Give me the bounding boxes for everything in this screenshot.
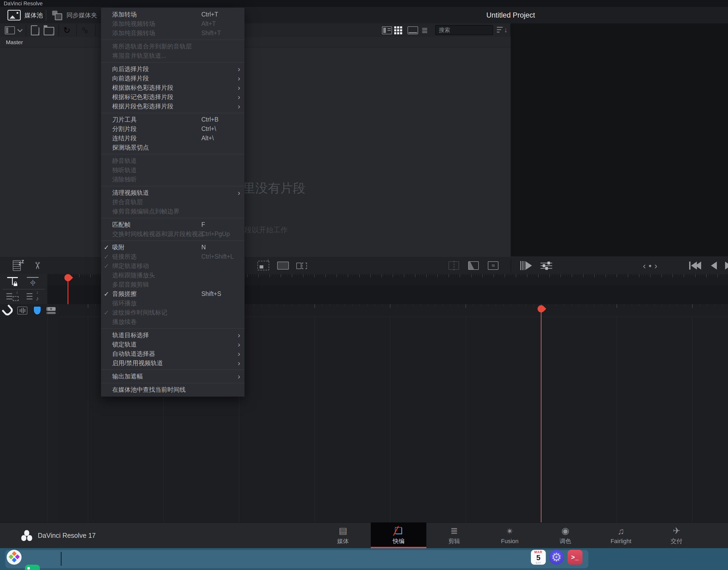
loop-transport-control[interactable]: ‹ ● › <box>637 257 663 274</box>
menu-item[interactable]: ✓根据旗标色彩选择片段› <box>101 83 244 92</box>
page-tab[interactable]: ✴Fusion <box>482 523 538 548</box>
sort-button[interactable] <box>497 23 508 37</box>
terminal-app-icon[interactable]: >_ <box>568 550 583 565</box>
panel-layout-button[interactable] <box>5 23 22 37</box>
menu-item[interactable]: ✓在媒体池中查找当前时间线› <box>101 385 244 394</box>
insert-video-tool[interactable]: ↓ <box>3 290 22 303</box>
media-pool-button[interactable]: 媒体池 <box>7 7 43 23</box>
import-folder-button[interactable] <box>44 23 54 37</box>
card-view-button[interactable] <box>382 23 392 37</box>
timeline-view-options-button[interactable]: zZ <box>9 257 28 274</box>
play-reverse-icon <box>711 262 717 270</box>
playhead-trim-tool[interactable]: ‹|› <box>23 275 42 288</box>
menu-item[interactable]: ✓连结片段Alt+\› <box>101 133 244 143</box>
menu-item[interactable]: ✓绑定轨道移动› <box>101 261 244 271</box>
menu-item[interactable]: ✓根据片段色彩选择片段› <box>101 102 244 111</box>
menu-item[interactable]: ✓添加纯音频转场Shift+T› <box>101 28 244 38</box>
menu-item[interactable]: ✓拼合音轨层› <box>101 198 244 207</box>
play-reverse-button[interactable] <box>708 257 720 274</box>
list-view-button[interactable]: ≣ <box>421 23 428 37</box>
menu-item[interactable]: ✓自动轨道选择器› <box>101 349 244 358</box>
menu-item[interactable]: ✓清除独听› <box>101 175 244 184</box>
menu-item[interactable]: ✓将混音并轨至轨道...› <box>101 51 244 60</box>
menu-item[interactable]: ✓选框跟随播放头› <box>101 271 244 280</box>
menu-item[interactable]: ✓播放续卷› <box>101 317 244 326</box>
menu-item[interactable]: ✓独听轨道› <box>101 166 244 175</box>
search-input[interactable] <box>435 25 493 35</box>
menu-item[interactable]: ✓循环播放› <box>101 299 244 308</box>
menu-item[interactable]: ✓分割片段Ctrl+\› <box>101 124 244 133</box>
menu-item[interactable]: ✓匹配帧F› <box>101 220 244 229</box>
menu-item[interactable]: ✓探测场景切点› <box>101 143 244 152</box>
menu-item[interactable]: ✓锁定轨道› <box>101 340 244 349</box>
page-tab-label: 交付 <box>671 537 683 545</box>
page-tab[interactable]: ❏快编 <box>371 523 427 548</box>
page-tab[interactable]: ◉调色 <box>538 523 593 548</box>
menu-item-label: 拼合音轨层 <box>112 199 143 206</box>
menu-item[interactable]: ✓修剪音频编辑点到帧边界› <box>101 207 244 216</box>
picture-in-picture-button[interactable] <box>255 257 271 274</box>
overlay-button[interactable] <box>275 257 290 274</box>
menu-item-label: 清除独听 <box>112 176 137 183</box>
menu-item[interactable]: ✓刀片工具Ctrl+B› <box>101 115 244 124</box>
import-media-button[interactable] <box>31 23 39 37</box>
split-clip-button[interactable]: ✂ <box>30 257 45 274</box>
menu-item[interactable]: ✓向后选择片段› <box>101 64 244 74</box>
flag-clip-button[interactable] <box>31 306 43 315</box>
menu-item[interactable]: ✓根据标记色彩选择片段› <box>101 92 244 102</box>
snapping-toggle[interactable] <box>2 306 14 315</box>
menu-item[interactable]: ✓启用/禁用视频轨道› <box>101 358 244 368</box>
menu-item[interactable]: ✓链接所选Ctrl+Shift+L› <box>101 252 244 261</box>
menu-item[interactable]: ✓音频搓擦Shift+S› <box>101 289 244 299</box>
calendar-app-icon[interactable]: MAR 5 SAT <box>531 550 546 565</box>
menu-item-label: 根据标记色彩选择片段 <box>112 93 173 100</box>
timeline-playback-button[interactable] <box>518 257 535 274</box>
page-tab[interactable]: ▤媒体 <box>315 523 371 548</box>
audio-meter-toggle[interactable] <box>16 306 28 315</box>
menu-item[interactable]: ✓吸附N› <box>101 243 244 252</box>
sync-clips-button[interactable]: ↻ <box>63 23 70 37</box>
playhead-lock-tool[interactable] <box>3 275 22 288</box>
bin-name-label[interactable]: Master <box>6 39 23 45</box>
settings-app-icon[interactable]: ⚙ <box>549 550 564 565</box>
menu-item-label: 向前选择片段 <box>112 75 149 82</box>
transition-tool-button[interactable] <box>466 257 481 274</box>
menu-item[interactable]: ✓多层音频剪辑› <box>101 280 244 289</box>
page-tab[interactable]: ✈交付 <box>649 523 704 548</box>
menu-item[interactable]: ✓波纹操作时间线标记› <box>101 308 244 317</box>
split-compare-button[interactable] <box>294 257 309 274</box>
app-launcher-icon[interactable] <box>7 550 22 565</box>
angle-right-icon: › <box>654 261 657 271</box>
menu-item[interactable]: ✓静音轨道› <box>101 156 244 166</box>
tasks-app-icon[interactable] <box>25 565 40 570</box>
menu-item[interactable]: ✓向前选择片段› <box>101 74 244 83</box>
menu-item-label: 链接所选 <box>112 253 137 260</box>
razor-tool-button[interactable] <box>446 257 461 274</box>
menu-item-label: 匹配帧 <box>112 221 131 228</box>
menu-item-shortcut: Ctrl+Shift+L <box>201 252 233 261</box>
audio-waveform-button[interactable]: ≈ <box>486 257 501 274</box>
edit-page-icon: ≣ <box>450 526 458 535</box>
play-forward-button[interactable] <box>724 257 728 274</box>
filmstrip-view-button[interactable] <box>408 23 418 37</box>
menu-item[interactable]: ✓输出加遮幅› <box>101 372 244 381</box>
insert-audio-tool[interactable]: ♪↓ <box>23 290 42 303</box>
menu-item[interactable]: ✓轨道目标选择› <box>101 330 244 340</box>
grid-view-button[interactable] <box>394 23 402 37</box>
page-tab[interactable]: ≣剪辑 <box>427 523 482 548</box>
go-to-start-button[interactable] <box>686 257 704 274</box>
menu-item[interactable]: ✓交换时间线检视器和源片段检视器Ctrl+PgUp› <box>101 229 244 239</box>
menu-item[interactable]: ✓清理视频轨道› <box>101 188 244 198</box>
sync-bin-button[interactable]: 同步媒体夹 <box>52 7 97 23</box>
unlink-button[interactable]: ⚯︎ <box>81 23 88 37</box>
menu-item[interactable]: ✓添加转场Ctrl+T› <box>101 10 244 19</box>
page-tab[interactable]: ♫Fairlight <box>593 523 649 548</box>
menu-item[interactable]: ✓添加纯视频转场Alt+T› <box>101 19 244 28</box>
add-track-button[interactable]: + <box>45 306 57 315</box>
menu-item[interactable]: ✓将所选轨道合并到新的音轨层› <box>101 42 244 51</box>
media-pool-panel[interactable]: 媒体池里没有片段 添加片段以开始工作 <box>0 47 511 257</box>
page-tab-label: Fusion <box>501 538 519 545</box>
tools-mixer-button[interactable] <box>538 257 554 274</box>
app-menu[interactable]: DaVinci Resolve <box>4 1 43 7</box>
page-navigation-bar: DaVinci Resolve 17 ▤媒体❏快编≣剪辑✴Fusion◉调色♫F… <box>0 522 728 548</box>
